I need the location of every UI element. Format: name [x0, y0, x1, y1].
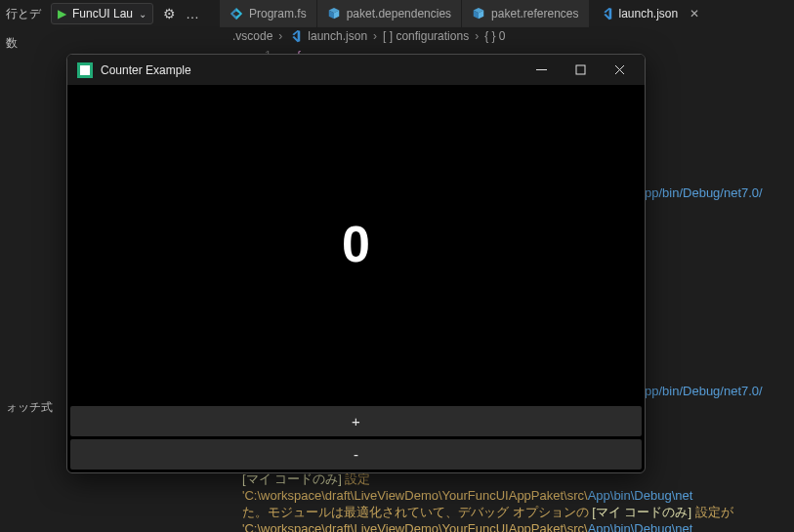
breadcrumb-folder: .vscode	[232, 29, 272, 43]
tab-label: paket.dependencies	[347, 7, 451, 20]
tab-label: Program.fs	[249, 7, 307, 20]
tab-label: launch.json	[619, 7, 679, 20]
paket-file-icon	[472, 7, 485, 20]
run-debug-label: 行とデ	[6, 6, 41, 22]
tab-label: paket.references	[491, 7, 578, 20]
fsharp-file-icon	[230, 7, 243, 20]
variables-section-label: 数	[0, 31, 23, 56]
vscode-file-icon	[288, 29, 302, 43]
svg-rect-2	[576, 65, 585, 74]
decrement-button[interactable]: -	[70, 439, 642, 470]
minimize-button[interactable]	[522, 55, 561, 85]
chevron-right-icon: ›	[278, 29, 282, 43]
breadcrumb-file: launch.json	[308, 29, 367, 43]
counter-window: Counter Example 0 + -	[66, 54, 646, 473]
paket-file-icon	[327, 7, 341, 20]
tab-paket-references[interactable]: paket.references	[462, 0, 589, 27]
tab-launch-json[interactable]: launch.json ✕	[590, 0, 711, 27]
watch-section-label: ォッチ式	[0, 395, 59, 420]
counter-value: 0	[342, 215, 370, 273]
bg-path-fragment: pp/bin/Debug/net7.0/	[645, 185, 763, 200]
tab-program-fs[interactable]: Program.fs	[220, 0, 317, 27]
app-icon	[77, 62, 93, 78]
play-icon: ▶	[58, 7, 66, 20]
breadcrumb[interactable]: .vscode › launch.json › [ ] configuratio…	[232, 29, 506, 43]
close-button[interactable]	[600, 55, 639, 85]
maximize-button[interactable]	[561, 55, 600, 85]
counter-content: 0	[67, 85, 645, 403]
bg-path-fragment: pp/bin/Debug/net7.0/	[645, 384, 763, 398]
more-icon[interactable]: …	[186, 6, 199, 21]
breadcrumb-node: [ ] configurations	[383, 29, 469, 43]
tab-paket-dependencies[interactable]: paket.dependencies	[317, 0, 462, 27]
launch-config-name: FuncUI Lau	[72, 7, 133, 20]
chevron-right-icon: ›	[373, 29, 377, 43]
debug-console[interactable]: [マイ コードのみ] 設定 'C:\workspace\draft\LiveVi…	[242, 471, 794, 532]
increment-button[interactable]: +	[70, 406, 642, 436]
editor-tabs: Program.fs paket.dependencies paket.refe…	[220, 0, 710, 27]
window-title: Counter Example	[101, 63, 522, 77]
vscode-file-icon	[600, 7, 613, 20]
chevron-down-icon: ⌄	[139, 9, 146, 20]
chevron-right-icon: ›	[475, 29, 479, 43]
titlebar[interactable]: Counter Example	[67, 55, 645, 85]
svg-rect-1	[80, 65, 90, 75]
gear-icon[interactable]: ⚙	[163, 6, 176, 21]
close-icon[interactable]: ✕	[690, 7, 699, 20]
counter-actions: + -	[67, 403, 645, 472]
launch-config-selector[interactable]: ▶ FuncUI Lau ⌄	[51, 3, 153, 24]
breadcrumb-node: { } 0	[484, 29, 505, 43]
